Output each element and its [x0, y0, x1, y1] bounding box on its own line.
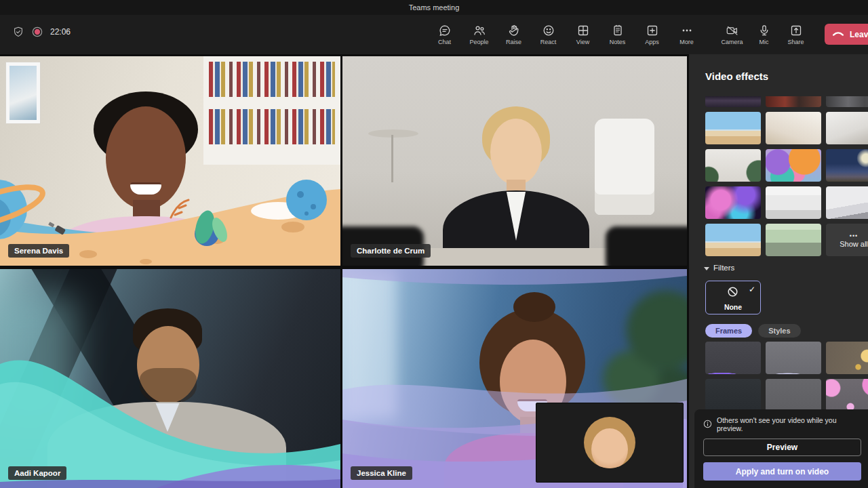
toolbar-device-group: Camera Mic Share — [716, 18, 812, 51]
view-label: View — [576, 39, 589, 45]
background-thumbnail[interactable] — [826, 96, 868, 107]
preview-notice-text: Others won't see your video while you pr… — [717, 416, 861, 432]
info-icon — [703, 420, 712, 430]
background-thumbnail[interactable] — [826, 149, 868, 182]
apply-button[interactable]: Apply and turn on video — [703, 462, 861, 481]
no-entry-icon — [726, 285, 739, 301]
camera-label: Camera — [721, 39, 743, 45]
background-thumbnail[interactable] — [766, 186, 821, 219]
more-button[interactable]: More — [669, 18, 704, 51]
view-button[interactable]: View — [566, 18, 600, 51]
more-label: More — [679, 39, 694, 45]
mic-icon — [757, 24, 771, 37]
video-effects-panel: Video effects ••• Show all Filters ✓ Non… — [689, 54, 868, 488]
react-button[interactable]: React — [531, 18, 566, 51]
raise-label: Raise — [506, 39, 521, 45]
filter-none-option[interactable]: ✓ None — [705, 281, 761, 314]
show-all-label: Show all — [840, 240, 868, 248]
chat-label: Chat — [438, 39, 451, 45]
video-stage: Serena Davis Charlotte de Crum Aadi — [0, 54, 689, 488]
toolbar-center-group: Chat People Raise React View Notes Apps — [427, 18, 704, 51]
people-button[interactable]: People — [462, 18, 496, 51]
self-avatar — [584, 417, 635, 468]
chair-decor — [595, 119, 654, 215]
preview-actions-card: Others won't see your video while you pr… — [694, 409, 868, 488]
side-table-decor — [368, 129, 418, 138]
space-frame-decoration — [0, 56, 340, 266]
react-label: React — [540, 39, 557, 45]
share-button[interactable]: Share — [780, 18, 812, 51]
chat-button[interactable]: Chat — [427, 18, 462, 51]
share-label: Share — [787, 39, 804, 45]
participant-name-label: Jessica Kline — [351, 466, 412, 480]
background-thumbnail[interactable] — [766, 96, 821, 107]
video-tile-charlotte[interactable]: Charlotte de Crum — [342, 56, 687, 266]
apps-label: Apps — [645, 39, 659, 45]
leave-button[interactable]: Leave — [825, 24, 868, 45]
tab-styles[interactable]: Styles — [758, 324, 800, 338]
frame-thumbnail[interactable] — [705, 379, 761, 411]
check-icon: ✓ — [749, 285, 755, 294]
wave-frame-decoration — [0, 269, 340, 488]
show-all-button[interactable]: ••• Show all — [826, 224, 868, 256]
apps-button[interactable]: Apps — [635, 18, 669, 51]
participant-figure — [490, 119, 542, 185]
people-icon — [473, 24, 486, 37]
side-table-decor — [391, 135, 393, 182]
filters-section-toggle[interactable]: Filters — [704, 264, 734, 272]
meeting-timer: 22:06 — [50, 27, 71, 37]
foreground-chair — [606, 226, 687, 266]
background-thumbnail[interactable] — [705, 96, 761, 107]
background-thumbnail[interactable] — [705, 224, 761, 256]
panel-title: Video effects — [705, 70, 768, 82]
frame-thumbnail[interactable] — [826, 342, 868, 374]
window-titlebar: Teams meeting — [0, 0, 868, 15]
participant-name-label: Charlotte de Crum — [351, 244, 431, 258]
background-thumbnail[interactable] — [766, 224, 821, 256]
filter-tabs: Frames Styles — [705, 324, 801, 338]
participant-name-label: Serena Davis — [8, 244, 69, 258]
frame-thumbnail[interactable] — [705, 342, 761, 374]
filter-none-label: None — [706, 303, 760, 311]
camera-toggle-button[interactable]: Camera — [716, 18, 748, 51]
chevron-down-icon — [704, 264, 709, 272]
hang-up-icon — [831, 29, 845, 39]
filters-header: Filters — [713, 264, 734, 272]
apps-icon — [646, 24, 659, 37]
notes-label: Notes — [610, 39, 626, 45]
react-icon — [542, 24, 555, 37]
background-thumbnail[interactable] — [705, 186, 761, 219]
background-gallery: ••• Show all — [705, 96, 868, 256]
background-thumbnail[interactable] — [705, 149, 761, 182]
background-thumbnail[interactable] — [826, 112, 868, 144]
recording-icon — [31, 26, 43, 38]
self-view-tile[interactable] — [536, 403, 684, 483]
frame-thumbnail[interactable] — [766, 379, 821, 411]
people-label: People — [469, 39, 488, 45]
window-title: Teams meeting — [409, 3, 460, 12]
preview-button[interactable]: Preview — [703, 439, 861, 456]
ellipsis-icon: ••• — [850, 232, 858, 239]
background-thumbnail[interactable] — [826, 186, 868, 219]
leave-label: Leave — [850, 30, 868, 39]
camera-off-icon — [726, 24, 739, 37]
video-tile-serena[interactable]: Serena Davis — [0, 56, 340, 266]
frame-thumbnail[interactable] — [826, 379, 868, 411]
background-thumbnail[interactable] — [766, 149, 821, 182]
notes-icon — [611, 24, 625, 37]
more-icon — [680, 24, 694, 37]
mic-toggle-button[interactable]: Mic — [748, 18, 780, 51]
tab-frames[interactable]: Frames — [705, 324, 752, 338]
background-thumbnail[interactable] — [705, 112, 761, 144]
meeting-status: 22:06 — [12, 26, 71, 38]
share-icon — [789, 24, 803, 37]
background-thumbnail[interactable] — [766, 112, 821, 144]
frame-thumbnail[interactable] — [766, 342, 821, 374]
video-tile-aadi[interactable]: Aadi Kapoor — [0, 269, 340, 488]
notes-button[interactable]: Notes — [600, 18, 635, 51]
mic-label: Mic — [760, 39, 769, 45]
raise-hand-button[interactable]: Raise — [496, 18, 531, 51]
participant-name-label: Aadi Kapoor — [8, 466, 66, 480]
raise-hand-icon — [507, 24, 521, 37]
shield-check-icon — [12, 26, 24, 38]
